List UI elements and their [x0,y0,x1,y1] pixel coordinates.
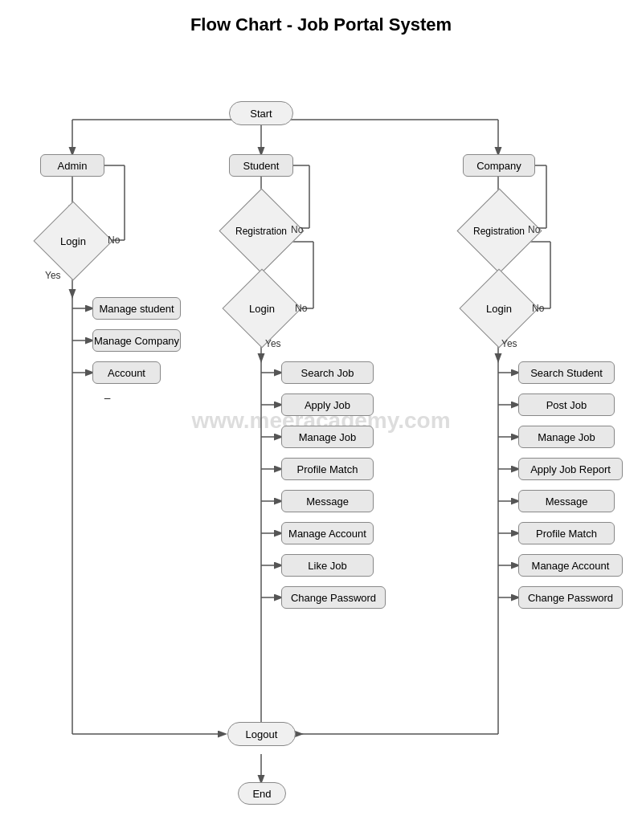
company-item-4-label: Message [546,495,588,508]
admin-item-2: Account [92,361,161,384]
student-item-7: Change Password [281,586,386,609]
company-item-3: Apply Job Report [518,458,623,480]
admin-item-1: Manage Company [92,329,181,352]
admin-item-0-label: Manage student [99,303,174,315]
student-item-1-label: Apply Job [305,399,350,411]
company-item-0-label: Search Student [530,367,603,379]
company-login-no: No [532,303,544,314]
student-label: Student [243,160,280,172]
company-login-label: Login [486,303,512,315]
company-label: Company [476,160,521,172]
admin-login-diamond: Login [42,214,104,268]
account-underscore: _ [104,387,110,399]
page-title: Flow Chart - Job Portal System [0,0,642,43]
company-item-7: Change Password [518,586,623,609]
admin-node: Admin [40,154,104,177]
company-item-6-label: Manage Account [532,560,610,572]
admin-item-0: Manage student [92,297,181,320]
logout-label: Logout [246,728,278,740]
student-item-2-label: Manage Job [299,431,357,443]
student-login-label: Login [249,303,275,315]
student-item-2: Manage Job [281,426,374,448]
student-item-4-label: Message [306,495,349,508]
company-node: Company [463,154,535,177]
admin-item-1-label: Manage Company [94,335,179,347]
admin-item-2-label: Account [108,367,145,379]
company-item-5: Profile Match [518,522,615,544]
student-item-0-label: Search Job [301,367,354,379]
admin-label: Admin [58,160,88,172]
company-item-5-label: Profile Match [536,528,597,540]
company-item-7-label: Change Password [528,592,613,604]
student-node: Student [229,154,293,177]
company-item-1: Post Job [518,393,615,416]
student-login-diamond: Login [231,281,293,336]
end-label: End [252,788,271,800]
admin-login-no: No [108,234,120,246]
student-reg-no: No [291,224,303,235]
admin-login-yes: Yes [45,270,61,281]
student-registration-diamond: Registration [225,201,297,261]
company-item-4: Message [518,490,615,512]
company-item-1-label: Post Job [546,399,587,411]
company-registration-label: Registration [473,226,525,237]
company-login-yes: Yes [501,338,517,349]
student-item-0: Search Job [281,361,374,384]
student-item-5-label: Manage Account [288,528,366,540]
student-item-3-label: Profile Match [297,463,358,475]
company-item-0: Search Student [518,361,615,384]
student-item-7-label: Change Password [291,592,376,604]
student-registration-label: Registration [235,226,287,237]
logout-node: Logout [227,722,296,746]
student-item-5: Manage Account [281,522,374,544]
company-item-3-label: Apply Job Report [530,463,611,475]
student-item-1: Apply Job [281,393,374,416]
company-item-6: Manage Account [518,554,623,577]
student-login-no: No [295,303,307,314]
start-node: Start [229,101,293,125]
end-node: End [238,782,286,805]
company-reg-no: No [528,224,540,235]
company-item-2: Manage Job [518,426,615,448]
company-registration-diamond: Registration [463,201,535,261]
student-item-6: Like Job [281,554,374,577]
company-login-diamond: Login [468,281,530,336]
student-login-yes: Yes [265,338,281,349]
admin-login-label: Login [60,235,86,247]
student-item-6-label: Like Job [308,560,346,572]
student-item-4: Message [281,490,374,512]
start-label: Start [250,108,272,120]
company-item-2-label: Manage Job [538,431,595,443]
student-item-3: Profile Match [281,458,374,480]
